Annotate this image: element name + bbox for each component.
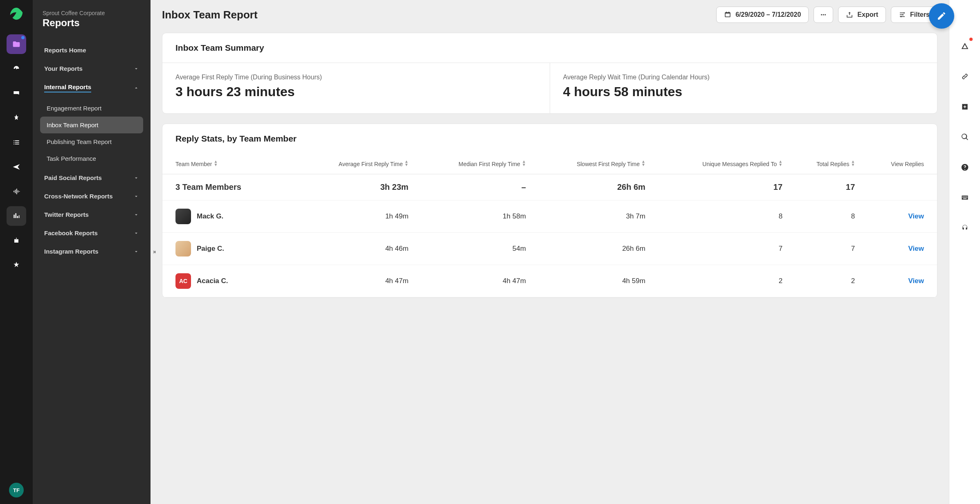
cell-slowest: 3h 7m [530,200,650,233]
chevron-down-icon [133,66,139,72]
cell-median: 1h 58m [413,200,530,233]
cell-median: 54m [413,233,530,265]
cell-unique: 8 [650,200,787,233]
chevron-down-icon [133,249,139,254]
sort-icon: ▲▼ [522,160,526,166]
chevron-down-icon [133,175,139,181]
nav-item-inbox[interactable] [7,83,26,103]
svg-point-5 [900,16,901,17]
compose-button[interactable] [929,3,954,29]
sidebar-item-label: Instagram Reports [44,248,99,255]
sidebar-item-cross-network[interactable]: Cross-Network Reports [38,187,146,205]
col-avg-first[interactable]: Average First Reply Time▲▼ [291,153,412,174]
table-row: ACAcacia C. 4h 47m 4h 47m 4h 59m 2 2 Vie… [162,265,937,297]
col-unique[interactable]: Unique Messages Replied To▲▼ [650,153,787,174]
col-view: View Replies [859,153,937,174]
summary-wait-time: Average Reply Wait Time (During Calendar… [550,63,937,113]
nav-item-star[interactable] [7,255,26,275]
svg-point-1 [823,14,824,16]
svg-point-0 [821,14,822,16]
nav-item-pin[interactable] [7,108,26,128]
help-button[interactable] [956,159,973,176]
sidebar-item-internal-reports[interactable]: Internal Reports [38,78,146,98]
sidebar-item-label: Internal Reports [44,83,91,92]
sidebar-item-facebook[interactable]: Facebook Reports [38,224,146,242]
member-name: Mack G. [197,212,223,220]
svg-point-4 [902,14,904,16]
date-range-button[interactable]: 6/29/2020 – 7/12/2020 [716,7,809,23]
nav-item-dashboard[interactable] [7,59,26,79]
stats-title: Reply Stats, by Team Member [162,124,937,153]
add-button[interactable] [956,98,973,115]
sidebar-item-label: Facebook Reports [44,230,98,236]
col-slowest-first[interactable]: Slowest First Reply Time▲▼ [530,153,650,174]
metric-label: Average Reply Wait Time (During Calendar… [563,74,924,81]
nav-item-folder[interactable] [7,34,26,54]
support-button[interactable] [956,219,973,236]
sidebar-item-inbox-team[interactable]: Inbox Team Report [40,117,143,133]
alerts-button[interactable] [956,38,973,55]
cell-avg: 4h 46m [291,233,412,265]
cell-total: 7 [787,233,859,265]
date-range-label: 6/29/2020 – 7/12/2020 [735,11,801,18]
nav-item-list[interactable] [7,133,26,152]
cell-median: 4h 47m [413,265,530,297]
sidebar: Sprout Coffee Corporate Reports Reports … [33,0,151,504]
view-link[interactable]: View [908,245,924,252]
export-icon [846,11,853,18]
calendar-icon [724,11,731,18]
sort-icon: ▲▼ [641,160,645,166]
chevron-down-icon [133,194,139,199]
sort-icon: ▲▼ [405,160,409,166]
svg-point-2 [825,14,826,16]
table-row: Paige C. 4h 46m 54m 26h 6m 7 7 View [162,233,937,265]
sidebar-item-paid-social[interactable]: Paid Social Reports [38,169,146,187]
org-name: Sprout Coffee Corporate [43,10,141,16]
table-row: Mack G. 1h 49m 1h 58m 3h 7m 8 8 View [162,200,937,233]
section-title: Reports [43,17,141,29]
col-total[interactable]: Total Replies▲▼ [787,153,859,174]
chevron-up-icon [133,85,139,91]
cell-slowest: 26h 6m [530,233,650,265]
cell-avg: 4h 47m [291,265,412,297]
col-median-first[interactable]: Median First Reply Time▲▼ [413,153,530,174]
filters-label: Filters [910,11,930,18]
col-team-member[interactable]: Team Member▲▼ [162,153,291,174]
export-label: Export [857,11,878,18]
view-link[interactable]: View [908,212,924,220]
more-button[interactable] [814,7,833,23]
metric-label: Average First Reply Time (During Busines… [175,74,537,81]
right-rail [949,0,980,504]
nav-item-audio[interactable] [7,182,26,201]
sidebar-item-instagram[interactable]: Instagram Reports [38,242,146,261]
sidebar-item-home[interactable]: Reports Home [38,41,146,59]
sidebar-item-label: Your Reports [44,65,83,72]
metric-value: 3 hours 23 minutes [175,84,537,99]
avatar [175,209,191,224]
summary-card: Inbox Team Summary Average First Reply T… [162,33,937,114]
sidebar-item-publishing[interactable]: Publishing Team Report [40,133,143,150]
view-link[interactable]: View [908,277,924,285]
link-button[interactable] [956,68,973,85]
nav-item-reports[interactable] [7,206,26,226]
totals-row: 3 Team Members3h 23m–26h 6m1717 [162,174,937,200]
nav-item-send[interactable] [7,157,26,177]
cell-avg: 1h 49m [291,200,412,233]
user-avatar[interactable]: TF [9,483,24,497]
sidebar-item-task[interactable]: Task Performance [40,150,143,167]
export-button[interactable]: Export [838,7,886,23]
nav-item-bot[interactable] [7,231,26,250]
sidebar-item-your-reports[interactable]: Your Reports [38,59,146,78]
avatar [175,241,191,256]
sidebar-item-label: Paid Social Reports [44,174,102,181]
sidebar-item-twitter[interactable]: Twitter Reports [38,205,146,224]
svg-point-3 [904,12,905,14]
collapse-sidebar-button[interactable] [151,242,160,262]
filters-icon [899,11,906,18]
sort-icon: ▲▼ [214,160,218,166]
sidebar-item-label: Reports Home [44,47,86,54]
keyboard-button[interactable] [956,189,973,206]
member-name: Paige C. [197,245,224,253]
sidebar-item-engagement[interactable]: Engagement Report [40,100,143,117]
search-button[interactable] [956,128,973,146]
